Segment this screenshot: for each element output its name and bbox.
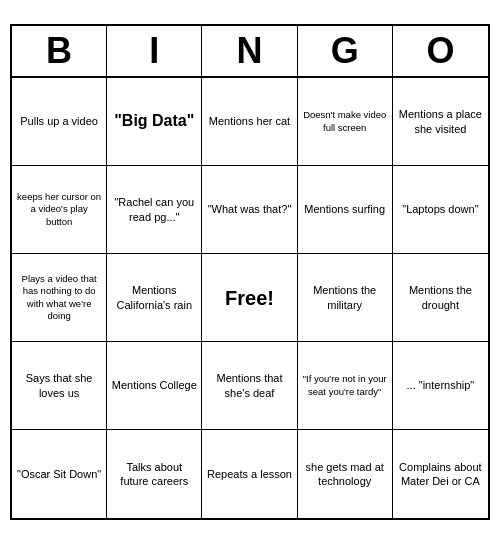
bingo-cell-13[interactable]: Mentions the military [298, 254, 393, 342]
bingo-cell-17[interactable]: Mentions that she's deaf [202, 342, 297, 430]
bingo-cell-24[interactable]: Complains about Mater Dei or CA [393, 430, 488, 518]
bingo-cell-5[interactable]: keeps her cursor on a video's play butto… [12, 166, 107, 254]
bingo-cell-7[interactable]: "What was that?" [202, 166, 297, 254]
bingo-cell-8[interactable]: Mentions surfing [298, 166, 393, 254]
bingo-cell-11[interactable]: Mentions California's rain [107, 254, 202, 342]
bingo-cell-18[interactable]: "If you're not in your seat you're tardy… [298, 342, 393, 430]
bingo-letter-g: G [298, 26, 393, 76]
bingo-cell-16[interactable]: Mentions College [107, 342, 202, 430]
bingo-cell-3[interactable]: Doesn't make video full screen [298, 78, 393, 166]
bingo-cell-19[interactable]: ... "internship" [393, 342, 488, 430]
bingo-letter-b: B [12, 26, 107, 76]
bingo-cell-6[interactable]: "Rachel can you read pg..." [107, 166, 202, 254]
bingo-card: BINGO Pulls up a video"Big Data"Mentions… [10, 24, 490, 520]
bingo-cell-15[interactable]: Says that she loves us [12, 342, 107, 430]
bingo-grid: Pulls up a video"Big Data"Mentions her c… [12, 78, 488, 518]
bingo-cell-10[interactable]: Plays a video that has nothing to do wit… [12, 254, 107, 342]
bingo-letter-o: O [393, 26, 488, 76]
bingo-cell-23[interactable]: she gets mad at technology [298, 430, 393, 518]
bingo-cell-21[interactable]: Talks about future careers [107, 430, 202, 518]
bingo-cell-2[interactable]: Mentions her cat [202, 78, 297, 166]
bingo-cell-0[interactable]: Pulls up a video [12, 78, 107, 166]
bingo-cell-20[interactable]: "Oscar Sit Down" [12, 430, 107, 518]
bingo-cell-12[interactable]: Free! [202, 254, 297, 342]
bingo-cell-22[interactable]: Repeats a lesson [202, 430, 297, 518]
bingo-cell-14[interactable]: Mentions the drought [393, 254, 488, 342]
bingo-letter-i: I [107, 26, 202, 76]
bingo-letter-n: N [202, 26, 297, 76]
bingo-cell-1[interactable]: "Big Data" [107, 78, 202, 166]
bingo-cell-4[interactable]: Mentions a place she visited [393, 78, 488, 166]
bingo-cell-9[interactable]: "Laptops down" [393, 166, 488, 254]
bingo-header: BINGO [12, 26, 488, 78]
